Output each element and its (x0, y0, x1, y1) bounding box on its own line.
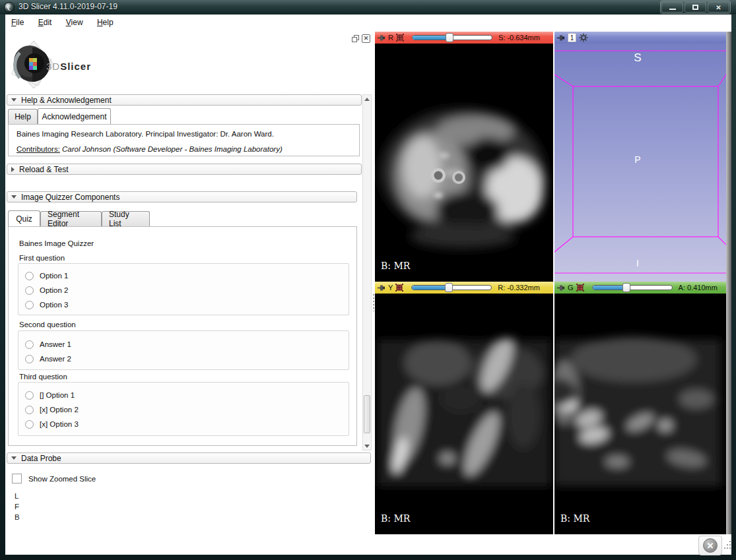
contributors-text: Carol Johnson (Software Developer - Bain… (62, 145, 283, 153)
radio-label: [x] Option 2 (40, 406, 79, 414)
sagittal-mr-image (375, 294, 553, 534)
tab-quiz[interactable]: Quiz (8, 210, 40, 226)
quiz-heading: Baines Image Quizzer (19, 239, 94, 247)
radio-row[interactable]: Option 3 (25, 299, 68, 311)
panel-scrollbar[interactable] (362, 94, 372, 451)
section-title: Help & Acknowledgement (21, 96, 112, 105)
radio-button[interactable] (25, 406, 34, 414)
radio-row[interactable]: Answer 1 (25, 338, 71, 350)
threed-view-number: 1 (568, 33, 576, 42)
orientation-label-s: S (554, 51, 721, 65)
pin-icon[interactable] (377, 284, 385, 292)
pin-icon[interactable] (377, 34, 385, 42)
orientation-label-i: I (554, 258, 721, 268)
show-zoomed-slice-checkbox[interactable] (12, 474, 22, 483)
menu-help[interactable]: Help (91, 15, 119, 30)
threed-viewport[interactable]: 1 (554, 32, 726, 282)
close-icon: ✕ (716, 4, 721, 11)
orientation-label-p: P (554, 154, 721, 165)
close-panel-icon[interactable]: ✕ (362, 34, 370, 43)
pin-icon[interactable] (556, 34, 565, 42)
maximize-button[interactable] (685, 2, 706, 13)
window-title: 3D Slicer 4.11.0-2019-07-19 (18, 2, 117, 11)
maximize-icon (692, 5, 698, 10)
resize-grip-icon[interactable] (723, 541, 731, 553)
minimize-button[interactable] (661, 2, 683, 13)
probe-row-b: B (15, 513, 20, 521)
red-slice-viewport[interactable]: R S: -0.634mm (375, 32, 553, 282)
collapse-triangle-icon (11, 98, 17, 102)
green-slice-image[interactable]: B: MR (554, 294, 726, 534)
question-2-label: Second question (19, 321, 76, 328)
green-volume-label: B: MR (560, 513, 589, 524)
radio-button[interactable] (25, 391, 34, 400)
radio-row[interactable]: [x] Option 3 (25, 418, 79, 430)
section-help-acknowledgement[interactable]: Help & Acknowledgement (7, 94, 362, 106)
tab-help[interactable]: Help (8, 109, 38, 124)
viewport-right-scrollbar[interactable] (726, 32, 731, 534)
radio-row[interactable]: Option 2 (25, 284, 68, 296)
tab-acknowledgement[interactable]: Acknowledgement (38, 108, 111, 124)
contributors-label: Contributors: (17, 145, 60, 153)
radio-button[interactable] (25, 301, 34, 309)
radio-label: Option 2 (40, 286, 68, 294)
float-square-front (352, 37, 357, 42)
radio-button[interactable] (25, 355, 34, 363)
radio-button[interactable] (25, 340, 34, 349)
panel-dock-controls: ✕ (351, 34, 370, 43)
slice-link-icon[interactable] (576, 284, 584, 292)
float-panel-icon[interactable] (351, 34, 360, 43)
slider-fill (412, 286, 449, 290)
close-slicelet-button[interactable]: ✕ (698, 536, 722, 555)
radio-button[interactable] (25, 420, 34, 429)
section-image-quizzer[interactable]: Image Quizzer Components (7, 191, 357, 202)
slider-handle[interactable] (622, 283, 630, 292)
yellow-slice-viewport[interactable]: Y R: -0.332mm (375, 282, 553, 534)
section-reload-test[interactable]: Reload & Test (7, 164, 362, 175)
show-zoomed-slice-label: Show Zoomed Slice (28, 475, 96, 483)
threed-view[interactable]: S P I (554, 44, 726, 282)
green-slice-offset-slider[interactable] (592, 284, 673, 291)
application-window: 3D Slicer 4.11.0-2019-07-19 ✕ File Edit … (0, 0, 736, 560)
question-1-group: Option 1 Option 2 Option 3 (18, 263, 349, 315)
radio-button[interactable] (25, 272, 34, 280)
scroll-down-icon[interactable] (363, 442, 371, 450)
radio-row[interactable]: Answer 2 (25, 353, 71, 365)
close-button[interactable]: ✕ (708, 2, 729, 13)
menu-edit[interactable]: Edit (32, 15, 58, 30)
slider-handle[interactable] (446, 33, 453, 42)
slider-fill (593, 286, 626, 290)
red-slice-offset-slider[interactable] (412, 34, 492, 41)
radio-row[interactable]: [x] Option 2 (25, 404, 79, 416)
green-offset-value: A: 0.410mm (679, 284, 718, 292)
coronal-mr-image (554, 294, 726, 534)
radio-row[interactable]: [] Option 1 (25, 389, 75, 401)
pin-icon[interactable] (556, 284, 565, 292)
slice-link-icon[interactable] (396, 34, 404, 42)
title-bar[interactable]: 3D Slicer 4.11.0-2019-07-19 ✕ (0, 0, 736, 15)
probe-row-l: L (15, 492, 18, 500)
tab-acknowledgement-label: Acknowledgement (42, 112, 106, 121)
yellow-slice-image[interactable]: B: MR (375, 294, 553, 534)
slice-link-icon[interactable] (395, 284, 403, 292)
menu-view[interactable]: View (60, 15, 89, 30)
radio-row[interactable]: Option 1 (25, 270, 68, 282)
yellow-offset-value: R: -0.332mm (498, 284, 540, 292)
view-options-gear-icon[interactable] (579, 33, 588, 42)
radio-label: Answer 2 (40, 355, 71, 363)
question-3-label: Third question (19, 373, 67, 381)
scrollbar-thumb[interactable] (364, 395, 370, 433)
slider-handle[interactable] (445, 283, 453, 292)
yellow-slice-offset-slider[interactable] (411, 284, 492, 291)
tab-segment-editor[interactable]: Segment Editor (40, 211, 102, 226)
client-area: File Edit View Help ✕ (5, 15, 731, 555)
menu-file[interactable]: File (5, 15, 30, 30)
radio-button[interactable] (25, 286, 34, 295)
red-slice-image[interactable]: B: MR (375, 44, 553, 282)
scroll-up-icon[interactable] (363, 95, 371, 103)
tab-study-list[interactable]: Study List (102, 211, 150, 226)
green-slice-viewport[interactable]: G A: 0.410mm (554, 282, 726, 534)
section-data-probe[interactable]: Data Probe (7, 452, 371, 464)
yellow-slice-controller-bar: Y R: -0.332mm (375, 282, 553, 294)
close-slicelet-icon: ✕ (703, 538, 718, 553)
